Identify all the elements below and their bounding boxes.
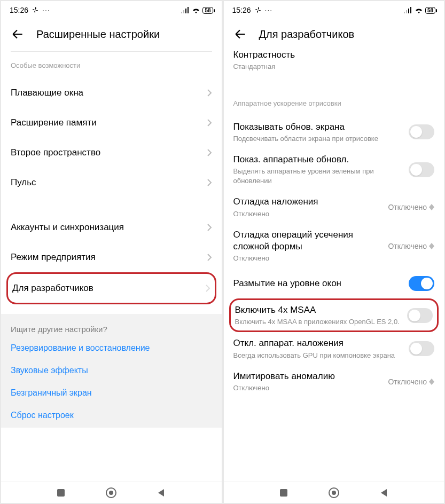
svg-rect-2 [185, 9, 186, 13]
toggle-blur[interactable] [409, 276, 434, 291]
row-label: Плавающие окна [11, 87, 201, 99]
svg-rect-11 [280, 489, 287, 497]
row-second-space[interactable]: Второе пространство [11, 138, 212, 168]
signal-icon [404, 7, 412, 13]
back-icon[interactable] [233, 27, 247, 41]
row-overlay-debug[interactable]: Отладка наложения Отключено Отключено [233, 191, 435, 224]
row-sub: Всегда использовать GPU при компоновке э… [233, 351, 404, 360]
link-full-screen[interactable]: Безграничный экран [11, 388, 212, 398]
row-label: Имитировать аномалию [233, 371, 383, 382]
updown-icon [429, 204, 434, 210]
nav-bar [224, 482, 444, 503]
chevron-right-icon [207, 178, 212, 187]
svg-rect-0 [181, 12, 182, 13]
link-backup-restore[interactable]: Резервирование и восстановление [11, 343, 212, 353]
signal-icon [181, 7, 190, 13]
row-simulate-anomaly[interactable]: Имитировать аномалию Отключено Отключено [233, 365, 435, 398]
row-label: Для разработчиков [12, 282, 200, 294]
row-sub: Выделять аппаратные уровни зеленым при о… [233, 167, 404, 185]
nav-recent-icon[interactable] [279, 488, 288, 498]
row-label: Контрастность [233, 49, 435, 61]
row-window-blur[interactable]: Размытие на уровне окон [233, 269, 435, 298]
svg-point-6 [109, 491, 113, 495]
row-sub: Включить 4x MSAA в приложениях OpenGL ES… [235, 317, 402, 327]
row-memory-extension[interactable]: Расширение памяти [11, 108, 212, 138]
row-sub: Отключено [233, 254, 383, 263]
status-time: 15:26 [232, 6, 251, 14]
more-icon: ··· [42, 6, 50, 14]
row-enterprise-mode[interactable]: Режим предприятия [11, 242, 212, 272]
divider [11, 51, 212, 52]
nav-back-icon[interactable] [379, 488, 389, 498]
battery-icon: 58 [202, 7, 213, 14]
status-bar: 15:26 ··· 58 [1, 1, 222, 19]
row-floating-windows[interactable]: Плавающие окна [11, 78, 212, 108]
svg-rect-9 [408, 9, 409, 13]
value-selector[interactable]: Отключено [388, 377, 434, 386]
more-icon: ··· [265, 6, 273, 14]
row-sub: Стандартная [233, 62, 435, 72]
nav-home-icon[interactable] [105, 487, 117, 499]
nav-home-icon[interactable] [328, 487, 340, 499]
wifi-icon [192, 7, 200, 13]
wifi-icon [415, 7, 423, 13]
chevron-right-icon [207, 119, 212, 127]
row-sub: Подсвечивать области экрана при отрисовк… [233, 134, 404, 144]
nav-bar [1, 482, 222, 503]
nav-recent-icon[interactable] [56, 488, 66, 498]
toggle-msaa[interactable] [407, 308, 433, 323]
toggle-disable-hw[interactable] [409, 341, 434, 356]
link-reset[interactable]: Сброс настроек [11, 411, 212, 420]
back-icon[interactable] [11, 27, 25, 41]
toggle-hw-updates[interactable] [409, 162, 434, 177]
row-label: Показывать обнов. экрана [233, 121, 404, 133]
screen-developer-options: 15:26 ··· 58 Для разработчиков Ко [224, 1, 444, 503]
app-bar: Для разработчиков [224, 19, 444, 49]
fan-icon [254, 6, 262, 14]
app-bar: Расширенные настройки [1, 19, 222, 49]
nav-back-icon[interactable] [157, 488, 166, 498]
value-text: Отключено [388, 242, 427, 250]
section-hw-rendering: Аппаратное ускорение отрисовки [233, 99, 435, 107]
search-other-settings: Ищите другие настройки? Резервирование и… [1, 314, 222, 428]
row-pulse[interactable]: Пульс [11, 168, 212, 198]
svg-rect-1 [183, 10, 184, 13]
row-contrast-partial[interactable]: Контрастность Стандартная [233, 49, 435, 76]
svg-rect-10 [410, 7, 411, 13]
row-label: Режим предприятия [11, 251, 201, 263]
updown-icon [429, 379, 434, 385]
row-disable-hw-overlays[interactable]: Откл. аппарат. наложения Всегда использо… [233, 332, 435, 365]
row-label: Отладка наложения [233, 196, 383, 208]
highlight-developer-options: Для разработчиков [6, 272, 216, 304]
battery-icon: 58 [425, 7, 435, 14]
page-title: Для разработчиков [259, 28, 355, 41]
value-selector[interactable]: Отключено [388, 203, 434, 211]
fan-icon [32, 6, 39, 14]
updown-icon [429, 243, 434, 249]
row-label: Пульс [11, 177, 201, 188]
row-developer-options[interactable]: Для разработчиков [12, 277, 210, 300]
row-accounts-sync[interactable]: Аккаунты и синхронизация [11, 212, 212, 242]
row-show-surface-updates[interactable]: Показывать обнов. экрана Подсвечивать об… [233, 116, 435, 149]
screen-advanced-settings: 15:26 ··· 58 Расширенные настройки [1, 1, 222, 503]
row-label: Аккаунты и синхронизация [11, 222, 201, 233]
section-special: Особые возможности [11, 61, 212, 69]
row-label: Показ. аппаратные обновл. [233, 154, 404, 166]
row-label: Размытие на уровне окон [233, 278, 404, 289]
row-clip-debug[interactable]: Отладка операций усечения сложной формы … [233, 224, 435, 269]
row-show-hw-updates[interactable]: Показ. аппаратные обновл. Выделять аппар… [233, 148, 435, 191]
row-sub: Отключено [233, 383, 383, 393]
value-selector[interactable]: Отключено [388, 242, 434, 250]
link-sound-effects[interactable]: Звуковые эффекты [11, 366, 212, 375]
chevron-right-icon [205, 284, 210, 293]
row-sub: Отключено [233, 209, 383, 219]
chevron-right-icon [207, 223, 212, 232]
status-bar: 15:26 ··· 58 [224, 1, 444, 19]
svg-rect-7 [404, 12, 405, 13]
toggle-show-updates[interactable] [409, 124, 434, 139]
row-label: Включить 4x MSAA [235, 304, 402, 316]
row-4x-msaa[interactable]: Включить 4x MSAA Включить 4x MSAA в прил… [235, 303, 433, 328]
highlight-msaa: Включить 4x MSAA Включить 4x MSAA в прил… [229, 298, 439, 333]
value-text: Отключено [388, 377, 427, 386]
status-time: 15:26 [10, 6, 28, 14]
